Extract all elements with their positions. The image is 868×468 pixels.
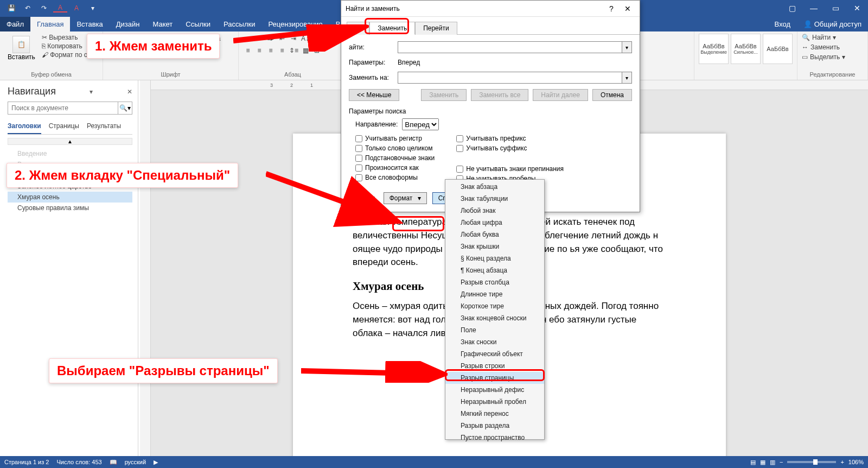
opt-word-forms[interactable]: Все словоформы [355,174,435,181]
nav-tab-headings[interactable]: Заголовки [8,120,41,134]
tab-review[interactable]: Рецензирование [261,17,329,31]
tab-file[interactable]: Файл [0,17,30,31]
special-menu-item[interactable]: Короткое тире [445,300,544,312]
status-page[interactable]: Страница 1 из 2 [4,459,49,465]
nav-close-icon[interactable]: ✕ [127,88,132,96]
style-box[interactable]: АаБбВвСильное... [731,34,761,64]
special-menu-item[interactable]: Длинное тире [445,288,544,300]
font-color-icon[interactable]: A [53,4,67,12]
qat-more-icon[interactable]: ▾ [86,4,100,12]
find-button[interactable]: 🔍 Найти ▾ [802,34,863,41]
sort-icon[interactable]: A↓ [300,34,310,43]
tab-mailings[interactable]: Рассылки [217,17,261,31]
chevron-down-icon[interactable]: ▾ [622,42,631,53]
save-icon[interactable]: 💾 [4,4,18,12]
status-language[interactable]: русский [125,459,146,465]
bullets-icon[interactable]: •≡ [243,34,253,43]
view-web-icon[interactable]: ▥ [770,459,775,466]
special-menu-item[interactable]: Неразрывный дефис [445,384,544,396]
chevron-down-icon[interactable]: ▾ [622,72,631,83]
nav-tab-pages[interactable]: Страницы [49,120,79,134]
dialog-tab-find[interactable]: ти [347,22,369,35]
nav-tab-results[interactable]: Результаты [87,120,121,134]
dialog-tab-goto[interactable]: Перейти [415,22,457,35]
close-window-icon[interactable]: ✕ [846,4,868,12]
tab-signin[interactable]: Вход [768,17,797,31]
special-menu-item[interactable]: Разрыв страницы [445,372,544,384]
zoom-in-icon[interactable]: + [840,459,844,465]
special-menu-item[interactable]: § Конец раздела [445,252,544,264]
special-menu-item[interactable]: Графический объект [445,348,544,360]
tab-references[interactable]: Ссылки [179,17,217,31]
nav-heading-item[interactable]: Введение [8,148,132,159]
opt-ignore-punct[interactable]: Не учитывать знаки препинания [456,165,564,173]
nav-search-input[interactable] [8,102,118,114]
minimize-icon[interactable]: — [803,4,825,12]
align-left-icon[interactable]: ≡ [243,46,253,55]
numbering-icon[interactable]: 1≡ [254,34,264,43]
tab-design[interactable]: Дизайн [110,17,146,31]
nav-heading-item[interactable]: Хмурая осень [8,192,132,203]
find-combo[interactable]: ▾ [398,41,632,53]
line-spacing-icon[interactable]: ⇕≡ [289,46,299,55]
special-menu-item[interactable]: Любая цифра [445,217,544,229]
tab-layout[interactable]: Макет [146,17,179,31]
align-right-icon[interactable]: ≡ [266,46,276,55]
special-menu-item[interactable]: Разрыв столбца [445,276,544,288]
special-menu-item[interactable]: ¶ Конец абзаца [445,264,544,276]
dialog-close-icon[interactable]: ✕ [620,4,635,13]
maximize-icon[interactable]: ▭ [825,4,846,12]
dialog-tab-replace[interactable]: Заменить [369,22,415,35]
cancel-button[interactable]: Отмена [592,89,632,101]
special-menu-item[interactable]: Знак концевой сноски [445,312,544,324]
replace-button[interactable]: ↔ Заменить [802,43,863,51]
replace-input[interactable] [398,72,622,83]
special-menu-item[interactable]: Разрыв раздела [445,420,544,432]
account-icon[interactable]: ▢ [781,4,803,12]
replace-all-button[interactable]: Заменить все [471,89,528,101]
nav-collapse-icon[interactable]: ▲ [8,138,132,145]
dialog-titlebar[interactable]: Найти и заменить ? ✕ [341,1,640,17]
opt-match-case[interactable]: Учитывать регистр [355,135,435,142]
view-read-icon[interactable]: ▤ [750,459,756,466]
zoom-slider[interactable] [787,461,836,463]
zoom-out-icon[interactable]: − [780,459,783,465]
special-menu-item[interactable]: Пустое пространство [445,432,544,444]
opt-sounds-like[interactable]: Произносится как [355,164,435,172]
dialog-help-icon[interactable]: ? [604,4,619,13]
shading-icon[interactable]: ▦ [301,46,310,55]
opt-wildcards[interactable]: Подстановочные знаки [355,154,435,162]
tab-home[interactable]: Главная [30,17,70,31]
nav-dropdown-icon[interactable]: ▾ [90,88,93,96]
special-menu-item[interactable]: Знак табуляции [445,193,544,205]
justify-icon[interactable]: ≡ [277,46,287,55]
opt-suffix[interactable]: Учитывать суффикс [456,144,564,152]
paste-button[interactable]: 📋 Вставить [4,34,39,63]
nav-heading-item[interactable]: Суровые правила зимы [8,203,132,213]
zoom-value[interactable]: 106% [848,459,864,465]
select-button[interactable]: ▭ Выделить ▾ [802,53,863,61]
direction-select[interactable]: Вперед [402,118,439,130]
styles-gallery[interactable]: АаБбВвВыделение АаБбВвСильное... АаБбВв [699,34,793,64]
status-macro-icon[interactable]: ▶ [154,459,158,466]
redo-icon[interactable]: ↷ [37,4,51,12]
replace-one-button[interactable]: Заменить [421,89,467,101]
view-print-icon[interactable]: ▦ [760,459,765,466]
special-menu-item[interactable]: Мягкий перенос [445,408,544,420]
special-menu-item[interactable]: Любая буква [445,229,544,241]
tab-insert[interactable]: Вставка [70,17,109,31]
special-menu-item[interactable]: Поле [445,324,544,336]
special-dropdown[interactable]: Знак абзацаЗнак табуляцииЛюбой знакЛюбая… [445,179,545,440]
style-box[interactable]: АаБбВвВыделение [699,34,729,64]
opt-whole-word[interactable]: Только слово целиком [355,144,435,152]
find-next-button[interactable]: Найти далее [533,89,588,101]
multilevel-icon[interactable]: ≡▸ [266,34,276,43]
special-menu-item[interactable]: Любой знак [445,205,544,217]
highlight-icon[interactable]: A [69,4,84,12]
special-menu-item[interactable]: Разрыв строки [445,360,544,372]
status-words[interactable]: Число слов: 453 [56,459,101,465]
find-input[interactable] [398,42,622,53]
tab-share[interactable]: 👤 Общий доступ [797,17,868,31]
less-button[interactable]: << Меньше [349,89,399,101]
opt-prefix[interactable]: Учитывать префикс [456,135,564,142]
